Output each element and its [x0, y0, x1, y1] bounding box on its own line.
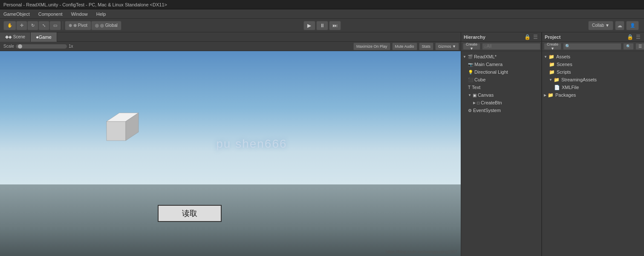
- scale-value: 1x: [69, 44, 73, 49]
- move-tool-btn[interactable]: ✛: [16, 21, 27, 30]
- btn-icon: □: [477, 101, 479, 105]
- hierarchy-panel: Hierarchy 🔒 ☰ Create ▼ ▼ 🎬 ReadXML * 📷 M…: [461, 32, 542, 256]
- rect-tool-btn[interactable]: ▭: [49, 21, 61, 30]
- play-controls: ▶ ⏸ ⏭: [303, 21, 341, 30]
- menu-gameobject[interactable]: GameObject: [2, 11, 32, 17]
- maximize-on-play-btn[interactable]: Maximize On Play: [353, 43, 390, 50]
- right-toolbar: Collab ▼ ☁ 👤: [588, 21, 641, 30]
- hierarchy-create-btn[interactable]: Create ▼: [463, 43, 480, 50]
- tree-item-cube[interactable]: ⬛ Cube: [461, 76, 541, 83]
- scale-slider[interactable]: [16, 44, 67, 49]
- hierarchy-lock-icon[interactable]: 🔒: [523, 34, 531, 40]
- camera-icon: 📷: [468, 62, 473, 67]
- arrow-packages: ▶: [544, 93, 546, 97]
- sky-background: [0, 51, 461, 195]
- arrow-streamingassets: ▼: [549, 78, 552, 82]
- scene-tab[interactable]: ◆ ◆ Scene: [0, 32, 31, 42]
- scale-tool-btn[interactable]: ⤡: [38, 21, 49, 30]
- main-layout: ◆ ◆ Scene ● Game Scale 1x Maximize On Pl…: [0, 32, 644, 256]
- watermark: https://blog.csdn.net/wangpuqing1997: [386, 250, 457, 254]
- streaming-folder-icon: 📁: [554, 77, 560, 83]
- hand-tool-btn[interactable]: ✋: [3, 21, 16, 30]
- cube-icon: ⬛: [468, 78, 473, 82]
- proj-item-assets[interactable]: ▼ 📁 Assets: [542, 53, 644, 60]
- pivot-button[interactable]: ⊕ ⊕ Pivot: [65, 21, 91, 30]
- menu-bar: GameObject Component Window Help: [0, 9, 644, 19]
- project-search-input[interactable]: [563, 43, 621, 50]
- svg-marker-0: [107, 121, 126, 141]
- tree-item-maincamera[interactable]: 📷 Main Camera: [461, 60, 541, 68]
- global-button[interactable]: ◎ ◎ Global: [91, 21, 121, 30]
- game-toolbar-right: Maximize On Play Mute Audio Stats Gizmos…: [353, 43, 459, 50]
- project-menu-icon[interactable]: ☰: [635, 34, 641, 40]
- menu-help[interactable]: Help: [95, 11, 108, 17]
- project-lock-icon[interactable]: 🔒: [626, 34, 634, 40]
- sep1: [63, 21, 63, 30]
- proj-item-scripts[interactable]: 📁 Scripts: [542, 68, 644, 76]
- arrow-assets: ▼: [544, 55, 547, 59]
- proj-label-streamingassets: StreamingAssets: [561, 77, 597, 82]
- hierarchy-title: Hierarchy: [464, 35, 485, 40]
- hierarchy-tree: ▼ 🎬 ReadXML * 📷 Main Camera 💡 Directiona…: [461, 51, 541, 256]
- tree-label-cube: Cube: [474, 77, 485, 82]
- proj-label-xmlfile: XMLFile: [562, 85, 579, 90]
- tree-item-createbtn[interactable]: ▶ □ CreateBtn: [461, 99, 541, 106]
- menu-component[interactable]: Component: [37, 11, 64, 17]
- hierarchy-search-input[interactable]: [482, 43, 540, 50]
- read-button[interactable]: 读取: [158, 205, 222, 222]
- proj-item-packages[interactable]: ▶ 📁 Packages: [542, 91, 644, 99]
- tree-label-eventsystem: EventSystem: [473, 108, 501, 113]
- proj-item-streamingassets[interactable]: ▼ 📁 StreamingAssets: [542, 76, 644, 83]
- tree-label-createbtn: CreateBtn: [481, 100, 502, 105]
- project-header-icons: 🔒 ☰: [626, 34, 641, 40]
- tree-item-text[interactable]: T Text: [461, 83, 541, 91]
- mute-audio-btn[interactable]: Mute Audio: [392, 43, 417, 50]
- tree-label-readxml: ReadXML: [474, 54, 495, 59]
- arrow-createbtn: ▶: [473, 101, 476, 105]
- tree-item-directionallight[interactable]: 💡 Directional Light: [461, 68, 541, 76]
- collab-button[interactable]: Collab ▼: [588, 21, 613, 30]
- gizmos-btn[interactable]: Gizmos ▼: [435, 43, 459, 50]
- proj-label-scripts: Scripts: [557, 69, 571, 75]
- project-create-btn[interactable]: Create ▼: [544, 43, 561, 50]
- project-title: Project: [545, 35, 560, 40]
- proj-item-xmlfile[interactable]: 📄 XMLFile: [542, 83, 644, 91]
- text-icon: T: [468, 85, 471, 90]
- tree-item-readxml[interactable]: ▼ 🎬 ReadXML *: [461, 53, 541, 60]
- game-tab[interactable]: ● Game: [31, 32, 57, 42]
- scene-tab-label: ◆ Scene: [9, 35, 25, 39]
- proj-label-assets: Assets: [556, 54, 570, 59]
- account-button[interactable]: 👤: [626, 21, 639, 30]
- stats-btn[interactable]: Stats: [419, 43, 434, 50]
- play-button[interactable]: ▶: [303, 21, 315, 30]
- tree-label-canvas: Canvas: [478, 92, 494, 98]
- scene-tab-icon: ◆: [5, 34, 9, 40]
- pause-button[interactable]: ⏸: [316, 21, 328, 30]
- tree-label-directionallight: Directional Light: [474, 69, 508, 75]
- proj-label-packages: Packages: [555, 92, 576, 98]
- project-toolbar: Create ▼ 🔍 ☰: [542, 42, 644, 51]
- game-tab-label: Game: [39, 35, 52, 40]
- pivot-label: ⊕ Pivot: [73, 23, 87, 28]
- tree-item-eventsystem[interactable]: ⚙ EventSystem: [461, 106, 541, 114]
- project-find-btn[interactable]: 🔍: [623, 43, 634, 50]
- rotate-tool-btn[interactable]: ↻: [27, 21, 38, 30]
- project-filter-btn[interactable]: ☰: [635, 43, 644, 50]
- proj-item-scenes[interactable]: 📁 Scenes: [542, 60, 644, 68]
- canvas-icon: ▣: [473, 93, 477, 98]
- scale-thumb: [18, 44, 22, 49]
- step-button[interactable]: ⏭: [329, 21, 341, 30]
- cloud-button[interactable]: ☁: [615, 21, 624, 30]
- arrow-readxml: ▼: [463, 55, 466, 59]
- pivot-icon: ⊕: [69, 23, 72, 28]
- global-icon: ◎: [95, 23, 99, 28]
- tree-item-canvas[interactable]: ▼ ▣ Canvas: [461, 91, 541, 99]
- game-tab-bar: ◆ ◆ Scene ● Game: [0, 32, 461, 42]
- tree-label-text: Text: [472, 85, 480, 90]
- title-text: Personal - ReadXML.unity - ConfigTest - …: [3, 2, 167, 7]
- hierarchy-menu-icon[interactable]: ☰: [532, 34, 539, 40]
- assets-folder-icon: 📁: [549, 54, 554, 60]
- menu-window[interactable]: Window: [69, 11, 90, 17]
- game-dot-icon: ●: [36, 35, 39, 40]
- hierarchy-header: Hierarchy 🔒 ☰: [461, 32, 541, 42]
